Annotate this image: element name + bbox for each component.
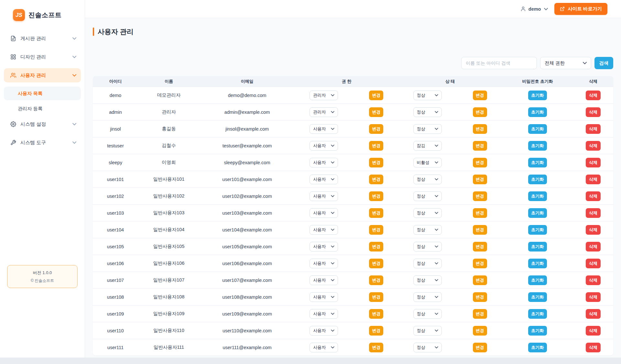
status-select[interactable]: 정상 <box>413 309 442 319</box>
role-change-button[interactable]: 변경 <box>369 175 383 184</box>
status-select[interactable]: 정상 <box>413 225 442 235</box>
status-change-button[interactable]: 변경 <box>473 191 487 201</box>
status-change-button[interactable]: 변경 <box>473 158 487 167</box>
delete-button[interactable]: 삭제 <box>586 275 601 285</box>
role-change-button[interactable]: 변경 <box>369 343 383 352</box>
role-select[interactable]: 사용자 <box>310 191 338 201</box>
delete-button[interactable]: 삭제 <box>586 107 601 117</box>
status-change-button[interactable]: 변경 <box>473 107 487 117</box>
role-change-button[interactable]: 변경 <box>369 107 383 117</box>
role-select[interactable]: 사용자 <box>310 225 338 235</box>
role-change-button[interactable]: 변경 <box>369 91 383 100</box>
delete-button[interactable]: 삭제 <box>586 141 601 151</box>
password-reset-button[interactable]: 초기화 <box>528 343 547 352</box>
role-change-button[interactable]: 변경 <box>369 259 383 268</box>
delete-button[interactable]: 삭제 <box>586 343 601 352</box>
role-select[interactable]: 사용자 <box>310 175 338 184</box>
status-select[interactable]: 정상 <box>413 91 442 100</box>
status-change-button[interactable]: 변경 <box>473 275 487 285</box>
role-select[interactable]: 사용자 <box>310 292 338 302</box>
role-select[interactable]: 사용자 <box>310 158 338 167</box>
sidebar-item-system-settings[interactable]: 시스템 설정 <box>4 117 81 131</box>
role-select[interactable]: 관리자 <box>310 107 338 117</box>
status-change-button[interactable]: 변경 <box>473 141 487 151</box>
role-change-button[interactable]: 변경 <box>369 141 383 151</box>
delete-button[interactable]: 삭제 <box>586 124 601 134</box>
role-select[interactable]: 사용자 <box>310 275 338 285</box>
password-reset-button[interactable]: 초기화 <box>528 158 547 167</box>
role-select[interactable]: 관리자 <box>310 91 338 100</box>
sidebar-subitem-admin-register[interactable]: 관리자 등록 <box>4 102 81 115</box>
status-change-button[interactable]: 변경 <box>473 208 487 218</box>
role-change-button[interactable]: 변경 <box>369 225 383 235</box>
role-select[interactable]: 사용자 <box>310 326 338 336</box>
delete-button[interactable]: 삭제 <box>586 208 601 218</box>
role-change-button[interactable]: 변경 <box>369 208 383 218</box>
sidebar-item-users[interactable]: 사용자 관리 <box>4 68 81 82</box>
status-select[interactable]: 잠김 <box>413 141 442 151</box>
sidebar-item-design[interactable]: 디자인 관리 <box>4 50 81 64</box>
delete-button[interactable]: 삭제 <box>586 326 601 336</box>
role-change-button[interactable]: 변경 <box>369 242 383 252</box>
status-select[interactable]: 정상 <box>413 326 442 336</box>
delete-button[interactable]: 삭제 <box>586 292 601 302</box>
role-select[interactable]: 사용자 <box>310 343 338 352</box>
password-reset-button[interactable]: 초기화 <box>528 242 547 252</box>
role-select[interactable]: 사용자 <box>310 208 338 218</box>
delete-button[interactable]: 삭제 <box>586 158 601 167</box>
role-change-button[interactable]: 변경 <box>369 309 383 319</box>
status-select[interactable]: 정상 <box>413 259 442 268</box>
status-change-button[interactable]: 변경 <box>473 309 487 319</box>
password-reset-button[interactable]: 초기화 <box>528 326 547 336</box>
status-change-button[interactable]: 변경 <box>473 124 487 134</box>
delete-button[interactable]: 삭제 <box>586 225 601 235</box>
password-reset-button[interactable]: 초기화 <box>528 225 547 235</box>
status-change-button[interactable]: 변경 <box>473 259 487 268</box>
status-change-button[interactable]: 변경 <box>473 175 487 184</box>
status-select[interactable]: 정상 <box>413 175 442 184</box>
role-change-button[interactable]: 변경 <box>369 326 383 336</box>
status-change-button[interactable]: 변경 <box>473 343 487 352</box>
status-select[interactable]: 정상 <box>413 191 442 201</box>
status-select[interactable]: 정상 <box>413 107 442 117</box>
sidebar-subitem-user-list[interactable]: 사용자 목록 <box>4 87 81 100</box>
search-input[interactable] <box>461 57 537 69</box>
delete-button[interactable]: 삭제 <box>586 191 601 201</box>
status-select[interactable]: 정상 <box>413 242 442 252</box>
status-change-button[interactable]: 변경 <box>473 292 487 302</box>
role-change-button[interactable]: 변경 <box>369 275 383 285</box>
role-filter-select[interactable]: 전체 권한 <box>540 57 591 69</box>
delete-button[interactable]: 삭제 <box>586 91 601 100</box>
delete-button[interactable]: 삭제 <box>586 242 601 252</box>
status-select[interactable]: 비활성 <box>413 158 442 167</box>
role-select[interactable]: 사용자 <box>310 124 338 134</box>
delete-button[interactable]: 삭제 <box>586 259 601 268</box>
role-change-button[interactable]: 변경 <box>369 124 383 134</box>
search-button[interactable]: 검색 <box>594 57 613 69</box>
user-menu[interactable]: demo <box>520 6 548 12</box>
role-change-button[interactable]: 변경 <box>369 158 383 167</box>
sidebar-item-board[interactable]: 게시판 관리 <box>4 31 81 46</box>
status-select[interactable]: 정상 <box>413 124 442 134</box>
password-reset-button[interactable]: 초기화 <box>528 91 547 100</box>
go-to-site-button[interactable]: 사이트 바로가기 <box>554 3 607 15</box>
status-select[interactable]: 정상 <box>413 343 442 352</box>
password-reset-button[interactable]: 초기화 <box>528 208 547 218</box>
delete-button[interactable]: 삭제 <box>586 309 601 319</box>
role-change-button[interactable]: 변경 <box>369 292 383 302</box>
password-reset-button[interactable]: 초기화 <box>528 275 547 285</box>
role-select[interactable]: 사용자 <box>310 259 338 268</box>
password-reset-button[interactable]: 초기화 <box>528 191 547 201</box>
password-reset-button[interactable]: 초기화 <box>528 309 547 319</box>
password-reset-button[interactable]: 초기화 <box>528 107 547 117</box>
password-reset-button[interactable]: 초기화 <box>528 259 547 268</box>
status-change-button[interactable]: 변경 <box>473 225 487 235</box>
status-select[interactable]: 정상 <box>413 208 442 218</box>
role-select[interactable]: 사용자 <box>310 141 338 151</box>
password-reset-button[interactable]: 초기화 <box>528 124 547 134</box>
status-change-button[interactable]: 변경 <box>473 242 487 252</box>
password-reset-button[interactable]: 초기화 <box>528 292 547 302</box>
status-change-button[interactable]: 변경 <box>473 91 487 100</box>
status-select[interactable]: 정상 <box>413 275 442 285</box>
password-reset-button[interactable]: 초기화 <box>528 141 547 151</box>
